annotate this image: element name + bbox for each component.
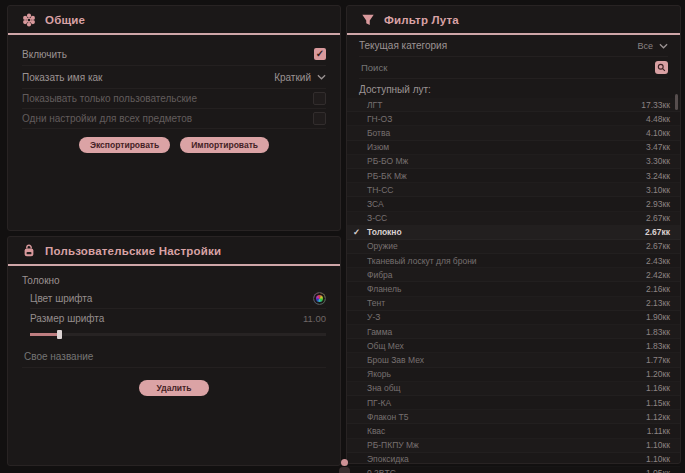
- same-settings-label: Одни настройки для всех предметов: [22, 113, 192, 124]
- import-button[interactable]: Импортировать: [180, 137, 269, 153]
- loot-item-row[interactable]: Квас 1.11кк: [347, 424, 680, 438]
- loot-item-value: 3.24кк: [646, 171, 670, 181]
- show-name-dropdown-value: Краткий: [274, 72, 311, 83]
- app-window: Общие Включить ✓ Показать имя как Кратки…: [0, 0, 685, 473]
- loot-item-row[interactable]: Брош Зав Мех 1.77кк: [347, 353, 680, 367]
- loot-item-value: 1.77кк: [646, 355, 670, 365]
- loot-list: ЛГТ 17.33кк ГН-ОЗ 4.48кк Ботва 4.10кк Из…: [347, 98, 680, 473]
- loot-item-value: 3.10кк: [646, 185, 670, 195]
- loot-item-row[interactable]: Эпоксидка 1.10кк: [347, 453, 680, 467]
- export-button[interactable]: Экспортировать: [79, 137, 170, 153]
- loot-item-value: 1.16кк: [646, 383, 670, 393]
- loot-item-value: 4.10кк: [646, 128, 670, 138]
- loot-item-value: 2.67кк: [646, 241, 670, 251]
- enable-row: Включить ✓: [22, 43, 326, 66]
- loot-item-name: Тканевый лоскут для брони: [367, 256, 477, 266]
- loot-item-row[interactable]: Общ Мех 1.83кк: [347, 339, 680, 353]
- loot-item-row[interactable]: ✓Толокно 2.67кк: [347, 226, 680, 240]
- loot-item-name: РБ-БО Мж: [367, 156, 408, 166]
- font-size-row: Размер шрифта 11.00: [30, 309, 326, 327]
- loot-item-row[interactable]: Оружие 2.67кк: [347, 240, 680, 254]
- show-name-dropdown[interactable]: Краткий: [274, 72, 326, 83]
- loot-item-name: Квас: [367, 426, 385, 436]
- font-size-slider[interactable]: [30, 330, 326, 339]
- loot-item-value: 3.47кк: [646, 142, 670, 152]
- loot-item-value: 1.15кк: [646, 398, 670, 408]
- backpack-icon: [22, 244, 36, 258]
- custom-panel-title: Пользовательские Настройки: [45, 245, 221, 257]
- loot-item-row[interactable]: ТН-СС 3.10кк: [347, 183, 680, 197]
- enable-label: Включить: [22, 49, 67, 60]
- general-panel-header: Общие: [8, 6, 340, 35]
- loot-item-row[interactable]: Фибра 2.42кк: [347, 268, 680, 282]
- delete-button[interactable]: Удалить: [139, 380, 210, 396]
- loot-filter-panel: Фильтр Лута Текущая категория Все Доступ…: [346, 5, 681, 464]
- loot-item-value: 4.48кк: [646, 114, 670, 124]
- loot-item-row[interactable]: ГН-ОЗ 4.48кк: [347, 112, 680, 126]
- loot-item-name: ТН-СС: [367, 185, 393, 195]
- loot-item-row[interactable]: РБ-БК Мж 3.24кк: [347, 169, 680, 183]
- general-panel: Общие Включить ✓ Показать имя как Кратки…: [7, 5, 341, 231]
- enable-checkbox[interactable]: ✓: [314, 48, 326, 60]
- loot-item-name: Гамма: [367, 327, 392, 337]
- funnel-icon: [361, 13, 375, 27]
- same-settings-checkbox[interactable]: [313, 112, 326, 125]
- search-icon[interactable]: [655, 61, 668, 74]
- loot-item-row[interactable]: Гамма 1.83кк: [347, 325, 680, 339]
- only-custom-checkbox[interactable]: [313, 92, 326, 105]
- loot-item-row[interactable]: ЛГТ 17.33кк: [347, 98, 680, 112]
- loot-item-row[interactable]: У-З 1.90кк: [347, 311, 680, 325]
- only-custom-row: Показывать только пользовательские: [22, 89, 326, 109]
- selected-item-label: Толокно: [22, 275, 326, 286]
- loot-item-row[interactable]: РБ-ПКПУ Мж 1.10кк: [347, 439, 680, 453]
- loot-item-value: 1.20кк: [646, 369, 670, 379]
- loot-item-name: ЗСА: [367, 199, 384, 209]
- loot-item-row[interactable]: Тканевый лоскут для брони 2.43кк: [347, 254, 680, 268]
- loot-item-value: 2.42кк: [646, 270, 670, 280]
- loot-item-name: З-СС: [367, 213, 387, 223]
- loot-item-name: РБ-ПКПУ Мж: [367, 440, 419, 450]
- search-input[interactable]: [359, 61, 643, 74]
- font-color-row: Цвет шрифта: [30, 288, 326, 309]
- chevron-down-icon: [317, 74, 326, 80]
- loot-item-value: 1.10кк: [646, 454, 670, 464]
- loot-item-name: Флакон Т5: [367, 412, 408, 422]
- bottom-center-icon[interactable]: [339, 459, 350, 473]
- font-size-label: Размер шрифта: [30, 313, 104, 324]
- loot-item-row[interactable]: Изюм 3.47кк: [347, 141, 680, 155]
- show-name-label: Показать имя как: [22, 72, 102, 83]
- loot-item-row[interactable]: Тент 2.13кк: [347, 297, 680, 311]
- loot-item-name: Якорь: [367, 369, 391, 379]
- loot-item-row[interactable]: Фланель 2.16кк: [347, 282, 680, 296]
- custom-name-input[interactable]: [22, 350, 326, 363]
- category-dropdown[interactable]: Все: [637, 41, 668, 51]
- color-wheel-icon[interactable]: [313, 292, 326, 305]
- slider-thumb[interactable]: [57, 330, 62, 339]
- loot-item-row[interactable]: Зна общ 1.16кк: [347, 382, 680, 396]
- loot-item-name: Толокно: [367, 227, 402, 237]
- loot-item-value: 2.67кк: [646, 213, 670, 223]
- loot-item-name: ПГ-КА: [367, 398, 391, 408]
- custom-settings-panel: Пользовательские Настройки Толокно Цвет …: [7, 236, 341, 466]
- chevron-down-icon: [659, 43, 668, 49]
- loot-item-row[interactable]: З-СС 2.67кк: [347, 212, 680, 226]
- font-size-value: 11.00: [303, 313, 326, 324]
- loot-item-name: Оружие: [367, 241, 398, 251]
- loot-item-row[interactable]: 0.2BTC 1.05кк: [347, 467, 680, 473]
- loot-item-row[interactable]: Якорь 1.20кк: [347, 368, 680, 382]
- loot-item-value: 17.33кк: [641, 100, 670, 110]
- loot-item-row[interactable]: ЗСА 2.93кк: [347, 197, 680, 211]
- loot-item-name: Тент: [367, 298, 385, 308]
- loot-item-row[interactable]: РБ-БО Мж 3.30кк: [347, 155, 680, 169]
- custom-panel-header: Пользовательские Настройки: [8, 237, 340, 266]
- loot-item-value: 1.05кк: [646, 468, 670, 473]
- loot-item-name: Эпоксидка: [367, 454, 409, 464]
- loot-item-row[interactable]: Флакон Т5 1.12кк: [347, 410, 680, 424]
- loot-item-row[interactable]: ПГ-КА 1.15кк: [347, 396, 680, 410]
- scrollbar-thumb[interactable]: [675, 94, 678, 110]
- show-name-row: Показать имя как Краткий: [22, 66, 326, 89]
- loot-item-row[interactable]: Ботва 4.10кк: [347, 126, 680, 140]
- only-custom-label: Показывать только пользовательские: [22, 93, 197, 104]
- loot-item-value: 1.83кк: [646, 341, 670, 351]
- loot-item-name: Изюм: [367, 142, 389, 152]
